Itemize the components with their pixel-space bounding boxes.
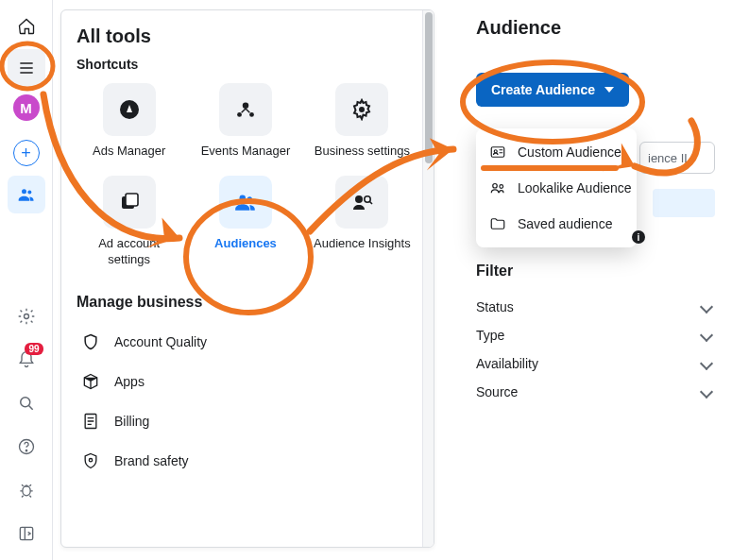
svg-rect-14 — [126, 194, 138, 206]
svg-point-0 — [22, 189, 26, 194]
tile-label: Ad account settings — [77, 236, 181, 267]
svg-point-9 — [243, 102, 249, 109]
chevron-down-icon — [700, 385, 713, 399]
create-plus-button[interactable]: + — [13, 140, 40, 166]
filter-label: Availability — [476, 356, 538, 371]
search-audience-input[interactable]: ience IL — [639, 142, 715, 174]
filter-source[interactable]: Source — [476, 378, 715, 406]
svg-point-22 — [494, 150, 497, 153]
list-label: Account Quality — [114, 334, 207, 349]
cube-icon — [80, 371, 101, 392]
scrollbar-thumb[interactable] — [425, 12, 433, 163]
svg-point-16 — [247, 196, 252, 201]
scrollbar[interactable] — [422, 10, 434, 547]
audience-panel: Audience Create Audience ience IL Custom… — [457, 0, 732, 538]
help-icon[interactable] — [8, 428, 45, 466]
tile-label: Audiences — [214, 236, 277, 251]
collapse-panel-icon[interactable] — [8, 515, 45, 552]
dropdown-lookalike-audience[interactable]: Lookalike Audience — [476, 170, 637, 206]
filter-label: Source — [476, 384, 518, 399]
audiences-nav-icon[interactable] — [8, 176, 45, 213]
menu-hamburger-icon[interactable] — [8, 49, 45, 87]
tile-audiences[interactable]: Audiences — [193, 176, 298, 267]
dropdown-label: Saved audience — [518, 216, 612, 231]
dropdown-custom-audience[interactable]: Custom Audience — [476, 134, 637, 170]
chevron-down-icon — [700, 329, 713, 342]
left-nav-rail: M + 99 — [0, 0, 53, 560]
bug-report-icon[interactable] — [8, 471, 45, 509]
id-card-icon — [489, 144, 506, 161]
svg-point-15 — [239, 195, 246, 202]
svg-point-24 — [500, 185, 503, 189]
tile-label: Ads Manager — [93, 144, 165, 159]
svg-point-1 — [27, 191, 31, 195]
svg-point-11 — [249, 112, 254, 117]
tile-ad-account-settings[interactable]: Ad account settings — [77, 176, 181, 267]
receipt-icon — [80, 411, 101, 432]
people-icon — [489, 179, 506, 196]
svg-point-3 — [20, 398, 29, 407]
list-label: Billing — [114, 414, 149, 429]
create-audience-dropdown: Custom Audience Lookalike Audience Saved… — [476, 128, 637, 247]
all-tools-panel: All tools Shortcuts Ads Manager Events M… — [60, 9, 434, 548]
tile-audience-insights[interactable]: Audience Insights — [310, 176, 415, 267]
search-icon[interactable] — [8, 384, 45, 422]
svg-point-23 — [493, 184, 498, 189]
tile-label: Audience Insights — [314, 236, 411, 251]
svg-point-10 — [237, 112, 242, 117]
create-audience-button[interactable]: Create Audience — [476, 73, 629, 107]
tile-label: Events Manager — [201, 144, 291, 159]
dropdown-label: Lookalike Audience — [518, 180, 632, 195]
account-avatar[interactable]: M — [13, 94, 40, 121]
svg-point-12 — [359, 107, 365, 112]
tile-events-manager[interactable]: Events Manager — [193, 83, 298, 159]
svg-point-20 — [89, 458, 92, 461]
list-label: Brand safety — [114, 453, 189, 468]
tile-label: Business settings — [315, 144, 410, 159]
svg-rect-21 — [491, 147, 504, 158]
row-apps[interactable]: Apps — [77, 362, 415, 401]
svg-point-6 — [22, 486, 29, 496]
row-billing[interactable]: Billing — [77, 401, 415, 441]
svg-point-5 — [26, 450, 26, 451]
filter-label: Type — [476, 328, 504, 343]
folder-icon — [489, 215, 506, 232]
create-audience-label: Create Audience — [491, 82, 595, 97]
filter-heading: Filter — [476, 263, 715, 280]
shortcuts-heading: Shortcuts — [77, 57, 415, 72]
info-icon[interactable]: i — [632, 230, 645, 244]
filter-label: Status — [476, 299, 514, 314]
all-tools-title: All tools — [77, 25, 415, 47]
row-account-quality[interactable]: Account Quality — [77, 322, 415, 362]
filter-type[interactable]: Type — [476, 321, 715, 349]
chevron-down-icon — [700, 300, 713, 314]
search-placeholder-fragment: ience IL — [648, 151, 691, 165]
tile-ads-manager[interactable]: Ads Manager — [77, 83, 181, 159]
caret-down-icon — [604, 87, 614, 93]
svg-point-18 — [365, 196, 370, 202]
settings-gear-icon[interactable] — [8, 297, 45, 335]
home-icon[interactable] — [8, 8, 45, 45]
selected-row-highlight — [653, 189, 715, 217]
audience-title: Audience — [476, 17, 715, 39]
notifications-bell-icon[interactable]: 99 — [8, 341, 45, 379]
filter-availability[interactable]: Availability — [476, 349, 715, 378]
notification-badge: 99 — [25, 343, 43, 355]
manage-business-heading: Manage business — [77, 294, 415, 311]
dropdown-label: Custom Audience — [518, 144, 621, 160]
shield-icon — [80, 331, 101, 352]
chevron-down-icon — [700, 357, 713, 370]
filter-block: Filter Status Type Availability Source — [476, 263, 715, 406]
tile-business-settings[interactable]: Business settings — [310, 83, 415, 159]
list-label: Apps — [114, 374, 145, 389]
row-brand-safety[interactable]: Brand safety — [77, 441, 415, 481]
dropdown-saved-audience[interactable]: Saved audience — [476, 206, 637, 242]
filter-status[interactable]: Status — [476, 293, 715, 321]
svg-point-2 — [24, 314, 28, 319]
shield-check-icon — [80, 450, 101, 471]
svg-point-17 — [355, 195, 363, 203]
